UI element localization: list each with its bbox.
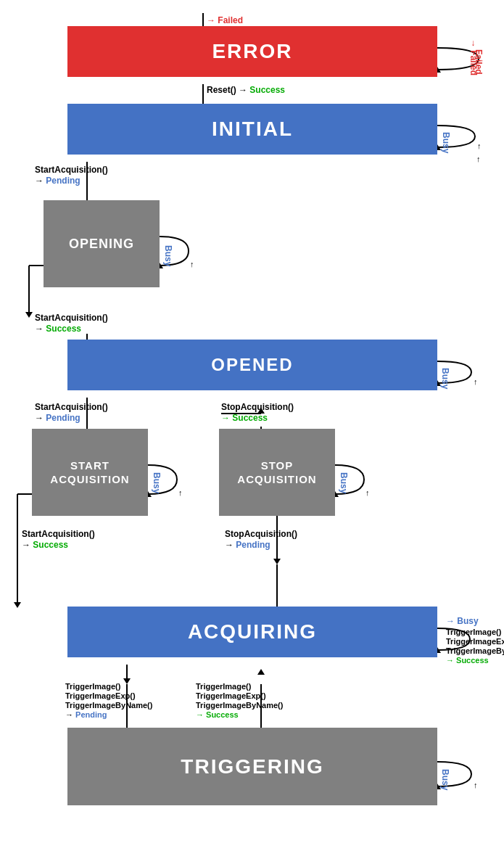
svg-text:StopAcquisition(): StopAcquisition() [225, 529, 297, 539]
error-state: ERROR [67, 26, 437, 77]
initial-state: INITIAL [67, 104, 437, 155]
svg-text:Busy: Busy [152, 472, 162, 494]
initial-label: INITIAL [212, 118, 293, 141]
svg-text:StartAcquisition(): StartAcquisition() [35, 165, 108, 175]
stop-acquisition-state: STOPACQUISITION [219, 429, 335, 516]
svg-text:↑: ↑ [474, 377, 478, 386]
stop-acquisition-label: STOPACQUISITION [237, 459, 316, 487]
svg-text:Busy: Busy [441, 132, 451, 154]
opening-state: OPENING [44, 200, 160, 287]
triggering-label: TRIGGERING [181, 755, 323, 778]
svg-text:→ Pending: → Pending [65, 710, 107, 719]
svg-text:→ Pending: → Pending [225, 540, 270, 550]
svg-text:TriggerImageExp(): TriggerImageExp() [65, 691, 136, 700]
svg-text:↑: ↑ [365, 488, 370, 497]
svg-text:TriggerImage(): TriggerImage() [65, 682, 121, 691]
svg-text:→ Pending: → Pending [35, 176, 80, 186]
svg-marker-21 [25, 312, 33, 318]
opened-label: OPENED [211, 355, 293, 375]
svg-text:StartAcquisition(): StartAcquisition() [35, 313, 108, 323]
svg-text:→ Pending: → Pending [35, 413, 80, 423]
acquiring-label: ACQUIRING [188, 620, 317, 644]
svg-text:→ Success: → Success [446, 656, 489, 665]
svg-text:Failed: Failed [474, 49, 484, 75]
svg-text:StopAcquisition(): StopAcquisition() [221, 402, 294, 412]
svg-text:StartAcquisition(): StartAcquisition() [35, 402, 108, 412]
svg-text:TriggerImageByName(): TriggerImageByName() [65, 701, 153, 710]
start-acquisition-state: STARTACQUISITION [32, 429, 148, 516]
opened-state: OPENED [67, 340, 437, 390]
svg-text:→ Success: → Success [196, 710, 239, 719]
svg-text:Busy: Busy [163, 245, 173, 267]
start-acquisition-label: STARTACQUISITION [50, 459, 129, 487]
svg-text:Busy: Busy [440, 769, 450, 791]
svg-marker-46 [14, 602, 21, 608]
svg-text:Reset() → Success: Reset() → Success [207, 85, 285, 95]
svg-text:↑: ↑ [476, 155, 481, 163]
svg-text:TriggerImageByName(): TriggerImageByName() [196, 701, 284, 710]
svg-text:↑: ↑ [178, 488, 183, 497]
svg-text:→ Failed: → Failed [207, 15, 243, 25]
svg-text:Busy: Busy [440, 368, 450, 390]
svg-text:TriggerImageExp(): TriggerImageExp() [446, 637, 504, 646]
svg-text:→ Success: → Success [221, 413, 268, 423]
svg-text:↑: ↑ [474, 781, 478, 789]
svg-text:↑: ↑ [477, 141, 482, 150]
opening-label: OPENING [69, 237, 134, 252]
svg-text:TriggerImageByName(): TriggerImageByName() [446, 646, 504, 655]
triggering-state: TRIGGERING [67, 728, 437, 805]
svg-text:→ Success: → Success [35, 324, 81, 334]
svg-text:TriggerImageExp(): TriggerImageExp() [196, 691, 266, 700]
svg-text:TriggerImage(): TriggerImage() [446, 628, 502, 636]
svg-marker-62 [123, 678, 131, 684]
svg-text:Busy: Busy [339, 472, 349, 494]
state-diagram: → Failed → Failed Failed Reset() → Succe… [0, 0, 504, 859]
svg-text:→ Busy: → Busy [446, 616, 479, 626]
svg-marker-52 [273, 559, 281, 564]
svg-marker-70 [257, 669, 265, 675]
svg-text:TriggerImage(): TriggerImage() [196, 682, 252, 691]
error-label: ERROR [212, 40, 292, 63]
svg-text:StartAcquisition(): StartAcquisition() [22, 529, 95, 539]
acquiring-state: ACQUIRING [67, 607, 437, 657]
svg-text:↑: ↑ [190, 260, 194, 268]
svg-text:→ Success: → Success [22, 540, 68, 550]
